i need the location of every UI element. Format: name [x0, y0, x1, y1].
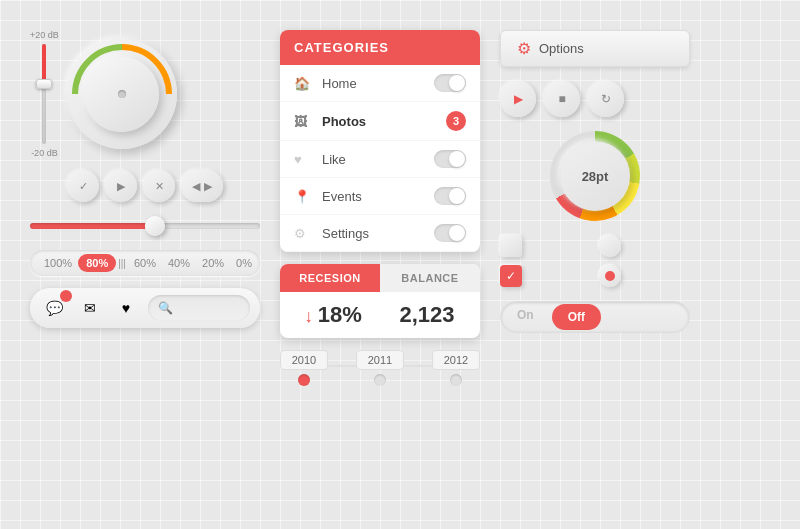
tab-recession[interactable]: RECESION	[280, 264, 380, 292]
timeline-input-2011[interactable]	[356, 350, 404, 370]
horizontal-slider[interactable]	[30, 214, 260, 238]
off-button[interactable]: Off	[552, 304, 601, 330]
category-settings[interactable]: ⚙ Settings	[280, 215, 480, 252]
timeline-line-1	[328, 365, 356, 367]
step-100[interactable]: 100%	[38, 254, 78, 272]
timeline-dot-2011	[374, 374, 386, 386]
stop-icon: ■	[558, 92, 565, 106]
search-bar[interactable]: 🔍	[148, 295, 250, 321]
refresh-icon: ↻	[601, 92, 611, 106]
close-button[interactable]: ✕	[143, 170, 175, 202]
slider-thumb[interactable]	[36, 79, 52, 89]
timeline-2012	[432, 350, 480, 386]
balance-value: 2,123	[399, 302, 454, 327]
timeline-2011	[356, 350, 404, 386]
search-icon: 🔍	[158, 301, 173, 315]
cat-settings-label: Settings	[322, 226, 424, 241]
category-home[interactable]: 🏠 Home	[280, 65, 480, 102]
timeline-input-2012[interactable]	[432, 350, 480, 370]
step-80[interactable]: 80%	[78, 254, 116, 272]
onoff-toggle[interactable]: On Off	[500, 301, 690, 333]
refresh-media-button[interactable]: ↻	[588, 81, 624, 117]
categories-card: CATEGORIES 🏠 Home 🖼 Photos 3 ♥ Like 📍 Ev…	[280, 30, 480, 252]
chat-icon[interactable]: 💬	[40, 294, 68, 322]
percent-steps: 100% 80% ||| 60% 40% 20% 0%	[30, 250, 260, 276]
stop-media-button[interactable]: ■	[544, 81, 580, 117]
toolbar: 💬 ✉ ♥ 🔍	[30, 288, 260, 328]
knob-arc	[51, 23, 192, 164]
checkbox-2-checked[interactable]: ✓	[500, 265, 522, 287]
slider-knob-section: +20 dB -20 dB	[30, 30, 260, 158]
options-button[interactable]: ⚙ Options	[500, 30, 690, 67]
timeline-dot-2012	[450, 374, 462, 386]
gear-icon: ⚙	[517, 39, 531, 58]
chat-badge	[60, 290, 72, 302]
step-20[interactable]: 20%	[196, 254, 230, 272]
check-button[interactable]: ✓	[67, 170, 99, 202]
h-slider-track[interactable]	[30, 223, 260, 229]
on-button[interactable]: On	[501, 302, 550, 332]
down-arrow-icon: ↓	[304, 306, 313, 326]
nav-button[interactable]: ◀ ▶	[181, 170, 223, 202]
settings-icon: ⚙	[294, 226, 312, 241]
settings-toggle[interactable]	[434, 224, 466, 242]
step-0[interactable]: 0%	[230, 254, 258, 272]
divider-1: |||	[118, 258, 126, 269]
cat-photos-label: Photos	[322, 114, 436, 129]
like-toggle[interactable]	[434, 150, 466, 168]
photos-icon: 🖼	[294, 114, 312, 129]
left-panel: +20 dB -20 dB ✓ ▶ ✕ ◀ ▶	[30, 30, 260, 499]
category-like[interactable]: ♥ Like	[280, 141, 480, 178]
home-toggle[interactable]	[434, 74, 466, 92]
stats-body: ↓ 18% 2,123	[280, 292, 480, 338]
dial-value: 28pt	[582, 169, 609, 184]
slider-top-label: +20 dB	[30, 30, 59, 40]
dial[interactable]: 28pt	[550, 131, 640, 221]
like-icon: ♥	[294, 152, 312, 167]
vertical-slider[interactable]: +20 dB -20 dB	[30, 30, 59, 158]
recession-value: 18%	[318, 302, 362, 327]
icon-buttons-row: ✓ ▶ ✕ ◀ ▶	[30, 170, 260, 202]
slider-track[interactable]	[42, 44, 46, 144]
slider-bottom-label: -20 dB	[31, 148, 58, 158]
home-icon: 🏠	[294, 76, 312, 91]
cat-home-label: Home	[322, 76, 424, 91]
dial-inner: 28pt	[560, 141, 630, 211]
balance-stat: 2,123	[384, 302, 470, 328]
middle-panel: CATEGORIES 🏠 Home 🖼 Photos 3 ♥ Like 📍 Ev…	[280, 30, 480, 499]
step-60[interactable]: 60%	[128, 254, 162, 272]
tab-balance[interactable]: BALANCE	[380, 264, 480, 292]
cat-like-label: Like	[322, 152, 424, 167]
play-button-small[interactable]: ▶	[105, 170, 137, 202]
h-slider-thumb[interactable]	[145, 216, 165, 236]
step-40[interactable]: 40%	[162, 254, 196, 272]
checkbox-1[interactable]	[500, 235, 522, 257]
category-events[interactable]: 📍 Events	[280, 178, 480, 215]
heart-icon[interactable]: ♥	[112, 294, 140, 322]
timeline-dot-2010	[298, 374, 310, 386]
events-icon: 📍	[294, 189, 312, 204]
dial-section: 28pt	[500, 131, 690, 221]
categories-header: CATEGORIES	[280, 30, 480, 65]
category-photos[interactable]: 🖼 Photos 3	[280, 102, 480, 141]
radio-2-checked[interactable]	[599, 265, 621, 287]
options-label: Options	[539, 41, 584, 56]
radio-1[interactable]	[599, 235, 621, 257]
stats-tabs: RECESION BALANCE	[280, 264, 480, 292]
events-toggle[interactable]	[434, 187, 466, 205]
knob-section	[67, 39, 177, 149]
timeline-input-2010[interactable]	[280, 350, 328, 370]
play-media-button[interactable]: ▶	[500, 81, 536, 117]
timeline-line-2	[404, 365, 432, 367]
stats-card: RECESION BALANCE ↓ 18% 2,123	[280, 264, 480, 338]
media-controls: ▶ ■ ↻	[500, 81, 690, 117]
timeline-section	[280, 350, 480, 386]
knob[interactable]	[67, 39, 177, 149]
photos-badge: 3	[446, 111, 466, 131]
right-panel: ⚙ Options ▶ ■ ↻ 28pt	[500, 30, 690, 499]
timeline-2010	[280, 350, 328, 386]
mail-icon[interactable]: ✉	[76, 294, 104, 322]
recession-stat: ↓ 18%	[290, 302, 376, 328]
controls-grid: ✓	[500, 235, 690, 287]
cat-events-label: Events	[322, 189, 424, 204]
